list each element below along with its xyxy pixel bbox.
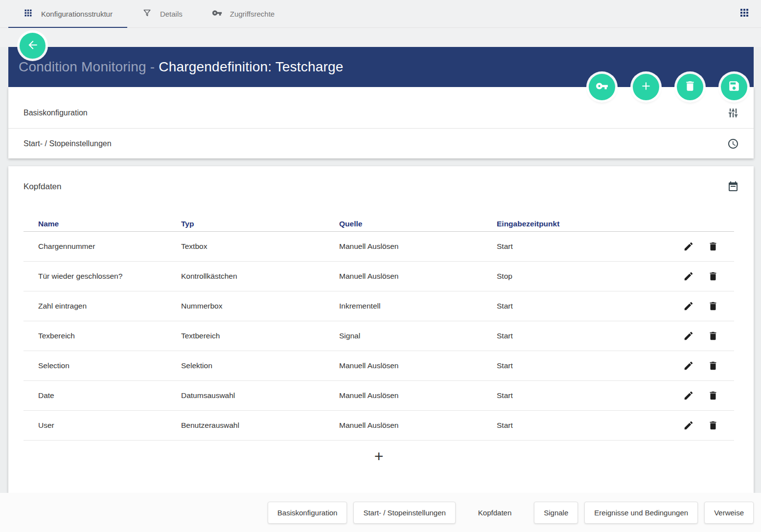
sliders-icon <box>727 107 739 119</box>
apps-grid-icon[interactable] <box>738 7 750 21</box>
footer-ereignisse-button[interactable]: Ereignisse und Bedingungen <box>584 502 698 524</box>
cell-quelle: Manuell Auslösen <box>339 421 497 430</box>
kopfdaten-table: Name Typ Quelle Eingabezeitpunkt Chargen… <box>23 216 734 464</box>
cell-typ: Benutzerauswahl <box>181 421 339 430</box>
filter-icon <box>142 8 152 20</box>
footer-kopfdaten-button[interactable]: Kopfdaten <box>469 502 521 523</box>
cell-quelle: Manuell Auslösen <box>339 361 497 370</box>
cell-name: Chargennummer <box>23 242 181 251</box>
footer-verweise-button[interactable]: Verweise <box>704 502 754 524</box>
card-title: Kopfdaten <box>23 182 62 192</box>
page-title-main: Chargendefinition: Testcharge <box>159 59 343 74</box>
delete-row-button[interactable] <box>708 420 718 431</box>
cell-zeitpunkt: Start <box>497 302 644 310</box>
page-content: Condition Monitoring - Chargendefinition… <box>8 47 754 493</box>
tab-label: Details <box>160 10 183 18</box>
section-label: Start- / Stopeinstellungen <box>23 139 112 148</box>
edit-row-button[interactable] <box>683 301 694 311</box>
cell-zeitpunkt: Start <box>497 391 644 400</box>
bottom-section-nav: Basiskonfiguration Start- / Stopeinstell… <box>0 493 761 532</box>
page-title-prefix: Condition Monitoring - <box>19 59 159 74</box>
table-row: Texbereich Textbereich Signal Start <box>23 321 734 351</box>
edit-row-button[interactable] <box>683 420 694 431</box>
section-label: Basiskonfiguration <box>23 109 88 117</box>
cell-typ: Kontrollkästchen <box>181 272 339 281</box>
add-button[interactable] <box>633 74 659 100</box>
key-icon <box>596 80 608 94</box>
delete-row-button[interactable] <box>708 390 718 401</box>
column-header-eingabezeitpunkt: Eingabezeitpunkt <box>497 220 644 228</box>
grid-icon <box>23 8 33 20</box>
cell-typ: Textbox <box>181 242 339 251</box>
section-start-stop[interactable]: Start- / Stopeinstellungen <box>8 128 754 158</box>
cell-name: Selection <box>23 361 181 370</box>
table-row: Zahl eintragen Nummerbox Inkrementell St… <box>23 291 734 321</box>
footer-basiskonfiguration-button[interactable]: Basiskonfiguration <box>268 502 347 524</box>
cell-name: Date <box>23 391 181 400</box>
cell-zeitpunkt: Stop <box>497 272 644 281</box>
top-tab-bar: Konfigurationsstruktur Details Zugriffsr… <box>0 0 761 28</box>
edit-row-button[interactable] <box>683 331 694 341</box>
cell-zeitpunkt: Start <box>497 332 644 340</box>
edit-row-button[interactable] <box>683 241 694 252</box>
page-header: Condition Monitoring - Chargendefinition… <box>8 47 754 87</box>
column-header-typ: Typ <box>181 220 339 228</box>
cell-typ: Selektion <box>181 361 339 370</box>
column-header-quelle: Quelle <box>339 220 497 228</box>
cell-name: Texbereich <box>23 332 181 340</box>
tab-label: Zugriffsrechte <box>230 10 275 18</box>
cell-quelle: Manuell Auslösen <box>339 391 497 400</box>
page-title: Condition Monitoring - Chargendefinition… <box>19 59 344 75</box>
delete-row-button[interactable] <box>708 241 718 252</box>
key-icon <box>212 8 222 20</box>
table-row: User Benutzerauswahl Manuell Auslösen St… <box>23 411 734 441</box>
trash-icon <box>684 80 696 94</box>
delete-row-button[interactable] <box>708 360 718 371</box>
cell-typ: Datumsauswahl <box>181 391 339 400</box>
back-button[interactable] <box>20 33 46 59</box>
calendar-icon <box>727 181 739 193</box>
tab-label: Konfigurationsstruktur <box>41 10 113 18</box>
delete-row-button[interactable] <box>708 331 718 341</box>
column-header-name: Name <box>23 220 181 228</box>
kopfdaten-card: Kopfdaten Name Typ Quelle Eingabezeitpun… <box>8 166 754 493</box>
plus-icon <box>640 80 652 94</box>
cell-typ: Nummerbox <box>181 302 339 310</box>
cell-typ: Textbereich <box>181 332 339 340</box>
card-gap <box>8 158 754 166</box>
section-basiskonfiguration[interactable]: Basiskonfiguration <box>8 98 754 128</box>
header-action-buttons <box>589 74 747 100</box>
edit-row-button[interactable] <box>683 360 694 371</box>
edit-row-button[interactable] <box>683 390 694 401</box>
delete-row-button[interactable] <box>708 301 718 311</box>
cell-name: Zahl eintragen <box>23 302 181 310</box>
footer-signale-button[interactable]: Signale <box>534 502 578 524</box>
table-row: Chargennummer Textbox Manuell Auslösen S… <box>23 232 734 262</box>
clock-icon <box>727 138 739 150</box>
cell-name: User <box>23 421 181 430</box>
permissions-button[interactable] <box>589 74 615 100</box>
tabbar-spacer <box>0 28 761 47</box>
save-icon <box>728 80 740 94</box>
arrow-back-icon <box>26 39 39 53</box>
tab-konfigurationsstruktur[interactable]: Konfigurationsstruktur <box>8 0 127 27</box>
delete-button[interactable] <box>677 74 703 100</box>
add-table-row-button[interactable]: + <box>374 448 384 464</box>
delete-row-button[interactable] <box>708 271 718 282</box>
cell-quelle: Manuell Auslösen <box>339 272 497 281</box>
table-header-row: Name Typ Quelle Eingabezeitpunkt <box>23 216 734 232</box>
cell-quelle: Manuell Auslösen <box>339 242 497 251</box>
cell-zeitpunkt: Start <box>497 242 644 251</box>
save-button[interactable] <box>721 74 747 100</box>
cell-quelle: Inkrementell <box>339 302 497 310</box>
edit-row-button[interactable] <box>683 271 694 282</box>
cell-zeitpunkt: Start <box>497 421 644 430</box>
tab-details[interactable]: Details <box>127 0 197 27</box>
tab-zugriffsrechte[interactable]: Zugriffsrechte <box>197 0 289 27</box>
cell-zeitpunkt: Start <box>497 361 644 370</box>
cell-name: Tür wieder geschlossen? <box>23 272 181 281</box>
cell-quelle: Signal <box>339 332 497 340</box>
footer-start-stop-button[interactable]: Start- / Stopeinstellungen <box>353 502 455 524</box>
table-row: Date Datumsauswahl Manuell Auslösen Star… <box>23 381 734 411</box>
table-row: Tür wieder geschlossen? Kontrollkästchen… <box>23 262 734 291</box>
